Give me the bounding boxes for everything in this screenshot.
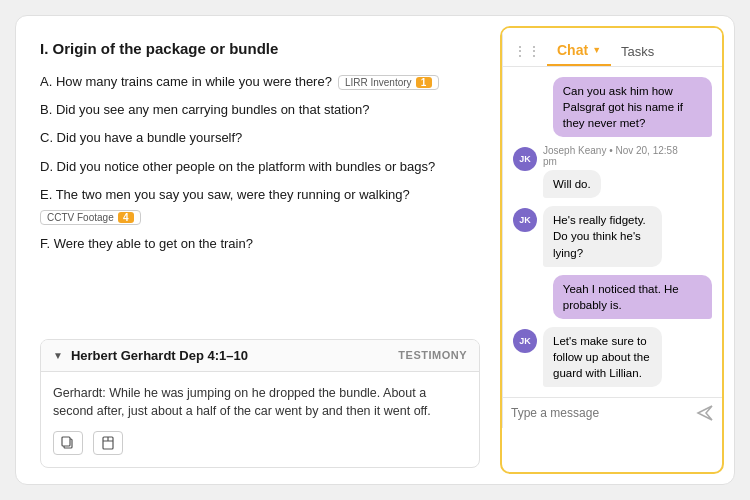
message-bubble-left: Will do. bbox=[543, 170, 601, 198]
drag-handle-icon: ⋮⋮ bbox=[513, 43, 541, 59]
copy-icon[interactable] bbox=[53, 431, 83, 455]
left-panel: I. Origin of the package or bundle A. Ho… bbox=[16, 16, 500, 484]
question-text: C. Did you have a bundle yourself? bbox=[40, 129, 242, 147]
question-row: C. Did you have a bundle yourself? bbox=[40, 129, 480, 147]
chat-message-input[interactable] bbox=[511, 406, 690, 420]
chevron-down-icon[interactable]: ▼ bbox=[53, 350, 63, 361]
testimony-body: Gerhardt: While he was jumping on he dro… bbox=[41, 372, 479, 468]
chat-tab-arrow-icon: ▼ bbox=[592, 45, 601, 55]
question-row: A. How many trains came in while you wer… bbox=[40, 73, 480, 91]
question-row: E. The two men you say you saw, were the… bbox=[40, 186, 480, 225]
chat-tab-label: Chat bbox=[557, 42, 588, 58]
tag-count: 4 bbox=[118, 212, 134, 223]
send-button[interactable] bbox=[696, 404, 714, 422]
message-bubble-right: Yeah I noticed that. He probably is. bbox=[553, 275, 712, 319]
testimony-type-label: TESTIMONY bbox=[398, 349, 467, 361]
message-bubble-left: Let's make sure to follow up about the g… bbox=[543, 327, 662, 387]
tasks-tab[interactable]: Tasks bbox=[611, 38, 664, 65]
chat-input-row bbox=[503, 397, 722, 428]
questions-list: A. How many trains came in while you wer… bbox=[40, 73, 480, 327]
chat-tab[interactable]: Chat ▼ bbox=[547, 36, 611, 66]
message-bubble-right: Can you ask him how Palsgraf got his nam… bbox=[553, 77, 712, 137]
message-right-group: Yeah I noticed that. He probably is. bbox=[513, 275, 712, 319]
avatar: JK bbox=[513, 329, 537, 353]
question-text: F. Were they able to get on the train? bbox=[40, 235, 253, 253]
message-left-group: JKHe's really fidgety. Do you think he's… bbox=[513, 206, 712, 266]
message-right-group: Can you ask him how Palsgraf got his nam… bbox=[513, 77, 712, 137]
message-bubble-left: He's really fidgety. Do you think he's l… bbox=[543, 206, 662, 266]
sender-meta: Joseph Keany • Nov 20, 12:58 pm bbox=[543, 145, 692, 167]
question-row: D. Did you notice other people on the pl… bbox=[40, 158, 480, 176]
chat-messages: Can you ask him how Palsgraf got his nam… bbox=[503, 67, 722, 397]
section-title: I. Origin of the package or bundle bbox=[40, 40, 480, 57]
chat-panel-wrapper: ⋮⋮ Chat ▼ Tasks Can you ask him how Pals… bbox=[500, 26, 724, 474]
avatar: JK bbox=[513, 208, 537, 232]
question-text: E. The two men you say you saw, were the… bbox=[40, 186, 410, 204]
avatar: JK bbox=[513, 147, 537, 171]
tag-badge[interactable]: CCTV Footage 4 bbox=[40, 210, 141, 225]
message-left-group: JKLet's make sure to follow up about the… bbox=[513, 327, 712, 387]
message-left-group: JKJoseph Keany • Nov 20, 12:58 pmWill do… bbox=[513, 145, 712, 198]
right-panel: ⋮⋮ Chat ▼ Tasks Can you ask him how Pals… bbox=[502, 28, 722, 428]
question-text: D. Did you notice other people on the pl… bbox=[40, 158, 435, 176]
bookmark-icon[interactable] bbox=[93, 431, 123, 455]
chat-header: ⋮⋮ Chat ▼ Tasks bbox=[503, 28, 722, 67]
question-row: B. Did you see any men carrying bundles … bbox=[40, 101, 480, 119]
question-text: B. Did you see any men carrying bundles … bbox=[40, 101, 370, 119]
svg-rect-1 bbox=[62, 437, 70, 446]
question-row: F. Were they able to get on the train? bbox=[40, 235, 480, 253]
testimony-dep-label: Herbert Gerhardt Dep 4:1–10 bbox=[71, 348, 248, 363]
question-text: A. How many trains came in while you wer… bbox=[40, 73, 332, 91]
testimony-text: Gerhardt: While he was jumping on he dro… bbox=[53, 386, 431, 419]
tag-count: 1 bbox=[416, 77, 432, 88]
testimony-header-left: ▼ Herbert Gerhardt Dep 4:1–10 bbox=[53, 348, 248, 363]
testimony-header: ▼ Herbert Gerhardt Dep 4:1–10 TESTIMONY bbox=[41, 340, 479, 372]
tag-badge[interactable]: LIRR Inventory 1 bbox=[338, 75, 439, 90]
testimony-icons bbox=[53, 431, 467, 455]
testimony-section: ▼ Herbert Gerhardt Dep 4:1–10 TESTIMONY … bbox=[40, 339, 480, 469]
